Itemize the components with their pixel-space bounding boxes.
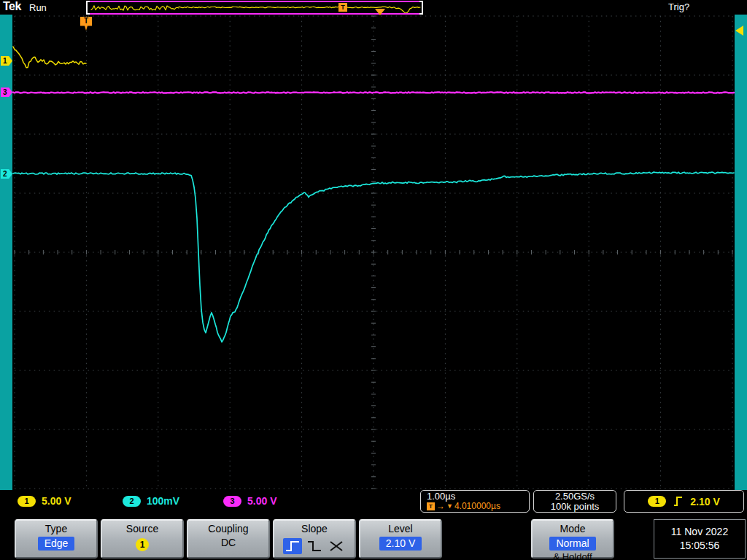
date-value: 11 Nov 2022	[671, 526, 728, 537]
ch3-trace	[13, 92, 734, 93]
record-view-left-bracket	[86, 1, 90, 15]
menu-mode-label: Mode	[560, 523, 585, 534]
trigger-level-arrow[interactable]	[735, 26, 743, 36]
waveform-display	[0, 0, 747, 560]
record-view: T	[86, 1, 423, 15]
menu-level-label: Level	[388, 523, 412, 534]
record-view-top-line	[90, 1, 419, 2]
record-trigger-marker-icon[interactable]: T	[338, 3, 347, 12]
menu-coupling-label: Coupling	[208, 523, 248, 534]
delay-readout: T → ▼ 4.010000µs	[427, 502, 523, 511]
record-view-bottom-line	[90, 13, 419, 15]
delay-value: 4.010000µs	[454, 502, 500, 511]
menu-type-label: Type	[45, 523, 67, 534]
triangle-down-icon: ▼	[446, 502, 453, 511]
acquisition-readout: 2.50GS/s 100k points	[533, 490, 616, 513]
channel-1-readout: 1 5.00 V	[18, 495, 71, 507]
menu-mode-value: Normal	[549, 537, 595, 551]
channel-2-badge: 2	[123, 496, 141, 507]
channel-1-badge: 1	[18, 496, 36, 507]
channel-3-readout: 3 5.00 V	[223, 495, 276, 507]
rising-edge-icon[interactable]	[283, 538, 302, 554]
trigger-status: Trig?	[668, 1, 689, 12]
datetime-display: 11 Nov 2022 15:05:56	[654, 519, 746, 559]
menu-button-mode[interactable]: Mode Normal & Holdoff	[531, 519, 614, 559]
record-length: 100k points	[551, 502, 600, 512]
menu-button-source[interactable]: Source 1	[101, 519, 184, 559]
menu-button-type[interactable]: Type Edge	[15, 519, 98, 559]
menu-source-value: 1	[136, 538, 149, 551]
menu-level-value: 2.10 V	[379, 537, 422, 551]
channel-3-scale: 5.00 V	[247, 495, 276, 507]
tek-logo: Tek	[3, 0, 21, 13]
timebase-scale: 1.00µs	[427, 491, 523, 502]
channel-3-badge: 3	[223, 496, 241, 507]
channel-2-scale: 100mV	[147, 495, 179, 507]
ch2-trace	[13, 172, 734, 342]
trigger-position-flag[interactable]: T	[80, 17, 92, 31]
either-edge-icon[interactable]	[327, 538, 346, 554]
oscilloscope-screen: Tek Run Trig? T 1 3 2 T 1 5.00 V 2 100mV…	[0, 0, 747, 560]
slope-options	[283, 538, 346, 554]
ch1-trace	[13, 47, 86, 68]
menu-coupling-value: DC	[221, 537, 236, 548]
falling-edge-icon[interactable]	[305, 538, 324, 554]
expansion-point-icon	[375, 9, 385, 15]
menu-button-slope[interactable]: Slope	[273, 519, 356, 559]
trigger-readout: 1 2.10 V	[624, 490, 744, 513]
menu-source-label: Source	[126, 523, 158, 534]
channel-2-readout: 2 100mV	[123, 495, 179, 507]
trigger-level-value: 2.10 V	[690, 496, 719, 508]
menu-slope-label: Slope	[301, 523, 328, 534]
menu-type-value: Edge	[38, 537, 75, 551]
menu-button-coupling[interactable]: Coupling DC	[187, 519, 270, 559]
trigger-source-badge: 1	[648, 496, 666, 507]
sample-rate: 2.50GS/s	[555, 491, 595, 502]
acquisition-status: Run	[29, 2, 47, 13]
readout-bar: 1 5.00 V 2 100mV 3 5.00 V 1.00µs T → ▼ 4…	[0, 490, 747, 515]
timebase-readout: 1.00µs T → ▼ 4.010000µs	[420, 490, 530, 513]
time-value: 15:05:56	[680, 540, 720, 551]
graticule-left-strip	[0, 15, 12, 490]
center-axis-ticks	[15, 16, 732, 489]
menu-button-level[interactable]: Level 2.10 V	[359, 519, 442, 559]
record-view-right-bracket	[419, 1, 423, 15]
channel-1-scale: 5.00 V	[42, 495, 71, 507]
menu-mode-suffix: & Holdoff	[553, 552, 592, 560]
graticule-grid	[15, 16, 732, 489]
trigger-t-icon: T	[427, 502, 435, 510]
graticule-right-strip	[735, 15, 747, 490]
arrow-right-icon: →	[436, 502, 445, 511]
rising-edge-icon	[673, 495, 684, 508]
